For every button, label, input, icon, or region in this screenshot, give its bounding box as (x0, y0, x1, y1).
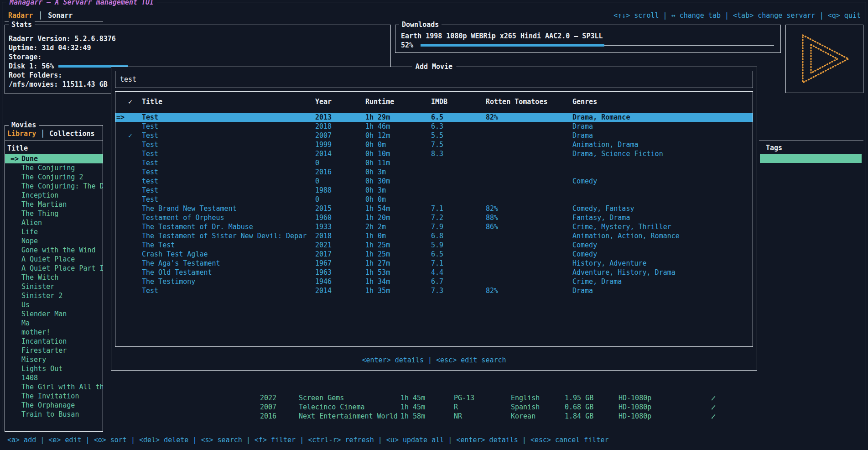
result-rotten-tomatoes (486, 140, 572, 149)
movie-list-item[interactable]: The Witch (5, 273, 103, 282)
movie-list-item[interactable]: 1408 (5, 373, 103, 382)
search-result-row[interactable]: Test 2014 1h 35m 7.3 82% Drama (115, 286, 753, 295)
pencil-icon (711, 403, 724, 412)
movie-list-item[interactable]: Alien (5, 218, 103, 227)
tags-header-separator (759, 141, 863, 141)
result-runtime: 1h 20m (365, 213, 431, 222)
selection-arrow (10, 328, 21, 337)
library-table-row[interactable]: 2007 Telecinco Cinema 1h 45m R Spanish 0… (260, 403, 724, 412)
movie-year: 2007 (260, 403, 299, 412)
search-result-row[interactable]: test 0 0h 30m Comedy (115, 177, 753, 186)
tab-sonarr[interactable]: Sonarr (48, 11, 73, 20)
movie-list-item[interactable]: Gone with the Wind (5, 246, 103, 255)
download-progress-row: 52% (401, 41, 774, 50)
search-result-row[interactable]: => Test 2013 1h 29m 6.5 82% Drama, Roman… (115, 113, 753, 122)
search-result-row[interactable]: The Test 2021 1h 25m 5.9 Comedy (115, 241, 753, 250)
column-header-spacer (116, 97, 128, 113)
movie-list-item[interactable]: The Invitation (5, 392, 103, 401)
column-header-year: Year (315, 97, 365, 113)
movie-list-item[interactable]: The Conjuring 2 (5, 173, 103, 182)
checkmark-icon (128, 213, 142, 222)
checkmark-icon (128, 113, 142, 122)
result-genres: Comedy, Fantasy (572, 204, 753, 213)
result-rotten-tomatoes (486, 241, 572, 250)
movie-list-item[interactable]: Train to Busan (5, 410, 103, 419)
search-result-row[interactable]: ✓ Test 2007 0h 12m 5.5 Drama (115, 131, 753, 140)
download-progress-fill (421, 44, 604, 47)
movie-list-item[interactable]: The Thing (5, 209, 103, 218)
search-result-row[interactable]: Test 1999 0h 0m 7.5 Animation, Drama (115, 140, 753, 149)
result-year: 1999 (315, 140, 365, 149)
checkmark-icon (128, 195, 142, 204)
movie-list-item[interactable]: Life (5, 227, 103, 236)
search-result-row[interactable]: The Testament of Sister New Devil: Depar… (115, 231, 753, 241)
movie-list-item[interactable]: mother! (5, 328, 103, 337)
movie-list-item[interactable]: A Quiet Place Part II (5, 264, 103, 273)
movie-list-item[interactable]: Sinister (5, 282, 103, 291)
movies-list: => Dune The Conjuring The Conjuring 2 Th… (5, 154, 103, 419)
movie-list-item[interactable]: The Martian (5, 200, 103, 209)
movie-list-item[interactable]: Misery (5, 355, 103, 364)
search-result-row[interactable]: The Aga's Testament 1967 1h 27m 7.1 Hist… (115, 259, 753, 268)
result-imdb (431, 186, 486, 195)
movie-list-item[interactable]: Us (5, 300, 103, 309)
movie-title: Nope (21, 236, 38, 246)
selection-arrow (10, 218, 21, 227)
result-title: Test (142, 167, 315, 177)
movie-size: 1.95 GB (565, 393, 619, 403)
search-result-row[interactable]: The Brand New Testament 2015 1h 54m 7.1 … (115, 204, 753, 213)
movie-search-input[interactable] (115, 71, 753, 88)
result-year: 0 (315, 177, 365, 186)
tags-column-header: Tags (766, 143, 782, 152)
result-rotten-tomatoes (486, 277, 572, 286)
tab-collections[interactable]: Collections (49, 129, 94, 138)
movie-list-item[interactable]: The Orphanage (5, 401, 103, 410)
result-rotten-tomatoes (486, 131, 572, 140)
search-result-row[interactable]: Test 2016 0h 3m (115, 167, 753, 177)
movie-list-item[interactable]: Sinister 2 (5, 291, 103, 300)
movie-year: 2022 (260, 393, 299, 403)
result-year: 1946 (315, 277, 365, 286)
movie-list-item[interactable]: Ma (5, 319, 103, 328)
result-rotten-tomatoes (486, 231, 572, 241)
search-result-row[interactable]: Testament of Orpheus 1960 1h 20m 7.2 88%… (115, 213, 753, 222)
selection-arrow (10, 373, 21, 382)
selection-arrow (10, 264, 21, 273)
selection-arrow (116, 140, 128, 149)
movie-title: The Thing (21, 209, 58, 218)
movie-list-item[interactable]: Nope (5, 236, 103, 246)
library-table-row[interactable]: 2022 Screen Gems 1h 45m PG-13 English 1.… (260, 393, 724, 403)
search-result-row[interactable]: The Testament of Dr. Mabuse 1933 2h 2m 7… (115, 222, 753, 231)
result-rotten-tomatoes (486, 195, 572, 204)
result-genres (572, 167, 753, 177)
search-result-row[interactable]: Test 0 0h 11m (115, 158, 753, 167)
movie-list-item[interactable]: Firestarter (5, 346, 103, 355)
search-result-row[interactable]: Test 1988 0h 3m (115, 186, 753, 195)
movie-list-item[interactable]: => Dune (5, 154, 103, 163)
movie-list-item[interactable]: The Conjuring (5, 163, 103, 173)
search-result-row[interactable]: Test 0 0h 0m (115, 195, 753, 204)
movie-list-item[interactable]: The Conjuring: The De (5, 182, 103, 191)
library-table-row[interactable]: 2016 Next Entertainment World 1h 58m NR … (260, 412, 724, 421)
result-title: The Testament of Dr. Mabuse (142, 222, 315, 231)
movie-list-item[interactable]: The Girl with All the (5, 382, 103, 392)
search-result-row[interactable]: The Testimony 1946 1h 34m 6.7 Crime, Dra… (115, 277, 753, 286)
movie-list-item[interactable]: A Quiet Place (5, 255, 103, 264)
movie-language: Korean (511, 412, 565, 421)
search-result-row[interactable]: Crash Test Aglae 2017 1h 25m 6.5 Comedy (115, 250, 753, 259)
selection-arrow (116, 186, 128, 195)
checkmark-icon (128, 268, 142, 277)
result-runtime: 1h 46m (365, 122, 431, 131)
movie-list-item[interactable]: Inception (5, 191, 103, 200)
search-result-row[interactable]: Test 2018 1h 46m 6.3 Drama (115, 122, 753, 131)
movie-list-item[interactable]: Slender Man (5, 309, 103, 319)
tab-radarr[interactable]: Radarr (8, 11, 33, 20)
search-result-row[interactable]: Test 2014 0h 10m 8.3 Drama, Science Fict… (115, 149, 753, 158)
movie-title: Gone with the Wind (21, 246, 96, 255)
movie-list-item[interactable]: Incantation (5, 337, 103, 346)
movie-list-item[interactable]: Lights Out (5, 364, 103, 373)
selection-arrow (116, 222, 128, 231)
tab-library[interactable]: Library (7, 129, 36, 138)
search-result-row[interactable]: The Old Testament 1963 1h 53m 4.4 Advent… (115, 268, 753, 277)
result-imdb: 6.5 (431, 250, 486, 259)
